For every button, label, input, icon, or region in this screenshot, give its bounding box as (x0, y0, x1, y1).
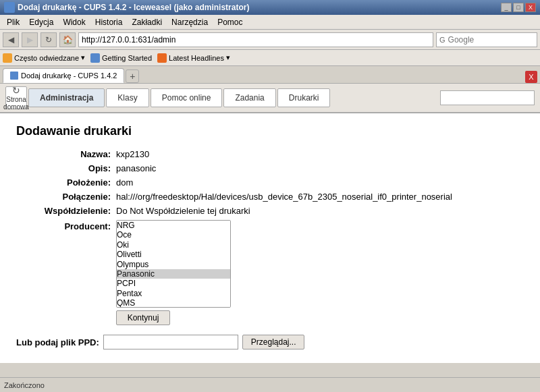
form-row-polaczenie: Połączenie: hal:///org/freedesktop/Hal/d… (16, 192, 524, 202)
form-row-polozenie: Położenie: dom (16, 177, 524, 188)
tab-bar: Dodaj drukarkę - CUPS 1.4.2 + X (0, 66, 540, 84)
list-item[interactable]: QMS (117, 298, 230, 308)
cups-home-button[interactable]: ↻ Stronadomowa (5, 86, 27, 109)
label-nazwa: Nazwa: (16, 149, 111, 159)
page-icon (90, 53, 100, 63)
bookmarks-bar: Często odwiedzane ▾ Getting Started Late… (0, 50, 540, 66)
continue-button[interactable]: Kontynuj (116, 310, 170, 325)
browse-button[interactable]: Przeglądaj... (242, 335, 305, 349)
page-title: Dodawanie drukarki (16, 124, 524, 138)
menu-pomoc[interactable]: Pomoc (213, 16, 246, 28)
maximize-button[interactable]: □ (513, 3, 524, 12)
ppd-section: Lub podaj plik PPD: Przeglądaj... (16, 335, 524, 349)
label-polozenie: Położenie: (16, 177, 111, 188)
bookmark-often-visited[interactable]: Często odwiedzane ▾ (3, 53, 85, 63)
label-polaczenie: Połączenie: (16, 192, 111, 202)
title-bar: Dodaj drukarkę - CUPS 1.4.2 - Iceweasel … (0, 0, 540, 15)
cups-tab-klasy[interactable]: Klasy (106, 88, 148, 107)
producer-label: Producent: (16, 220, 111, 231)
label-opis: Opis: (16, 163, 111, 173)
chevron-down-icon: ▾ (81, 53, 85, 62)
cups-tab-zadania[interactable]: Zadania (223, 88, 275, 107)
search-engine-icon: G (439, 36, 446, 44)
list-item[interactable]: Olivetti (117, 250, 230, 259)
forward-button[interactable]: ▶ (22, 32, 38, 47)
value-wspoldzielenie: Do Not Współdzielenie tej drukarki (116, 206, 250, 216)
app-icon (4, 2, 15, 13)
menu-bar: Plik Edycja Widok Historia Zakładki Narz… (0, 15, 540, 30)
rss-icon (157, 53, 167, 63)
back-button[interactable]: ◀ (3, 32, 19, 47)
menu-narzedzia[interactable]: Narzędzia (167, 16, 212, 28)
list-item[interactable]: PCPI (117, 279, 230, 288)
bookmark-latest-headlines[interactable]: Latest Headlines ▾ (157, 53, 230, 63)
reload-icon: ↻ (12, 85, 20, 96)
label-wspoldzielenie: Współdzielenie: (16, 206, 111, 216)
bookmark-getting-started[interactable]: Getting Started (90, 53, 152, 63)
producer-listbox[interactable]: NRG Oce Oki Olivetti Olympus Panasonic P… (116, 220, 231, 308)
list-item[interactable]: Pentax (117, 289, 230, 298)
menu-plik[interactable]: Plik (3, 16, 24, 28)
ppd-input[interactable] (103, 335, 238, 349)
form-row-opis: Opis: panasonic (16, 163, 524, 173)
address-input[interactable] (82, 35, 430, 45)
status-bar: Zakończono (0, 377, 540, 392)
star-icon (3, 53, 12, 63)
bookmark-getting-started-label: Getting Started (102, 54, 152, 62)
tab-icon (10, 72, 18, 80)
search-bar[interactable]: G 🔍 (436, 32, 537, 47)
cups-tab-administracja[interactable]: Administracja (28, 88, 105, 107)
value-nazwa: kxp2130 (116, 149, 149, 159)
form-row-wspoldzielenie: Współdzielenie: Do Not Współdzielenie te… (16, 206, 524, 216)
list-item[interactable]: Panasonic (117, 269, 230, 279)
close-button[interactable]: X (525, 3, 536, 12)
list-item[interactable]: NRG (117, 221, 230, 230)
new-tab-button[interactable]: + (126, 69, 139, 83)
close-tab-button[interactable]: X (525, 71, 537, 83)
tab-cups[interactable]: Dodaj drukarkę - CUPS 1.4.2 (3, 68, 124, 83)
title-bar-left: Dodaj drukarkę - CUPS 1.4.2 - Iceweasel … (4, 2, 249, 13)
cups-search-input[interactable] (440, 90, 535, 105)
nav-bar: ◀ ▶ ↻ 🏠 G 🔍 (0, 30, 540, 50)
cups-tab-pomoc[interactable]: Pomoc online (151, 88, 223, 107)
menu-historia[interactable]: Historia (91, 16, 127, 28)
menu-widok[interactable]: Widok (59, 16, 89, 28)
home-button[interactable]: 🏠 (59, 32, 76, 47)
search-input[interactable] (448, 35, 540, 45)
form-row-nazwa: Nazwa: kxp2130 (16, 149, 524, 159)
tab-label: Dodaj drukarkę - CUPS 1.4.2 (21, 72, 117, 80)
minimize-button[interactable]: _ (501, 3, 512, 12)
address-bar[interactable] (78, 32, 433, 47)
reload-button[interactable]: ↻ (40, 32, 57, 47)
status-text: Zakończono (4, 381, 45, 389)
home-label: Stronadomowa (3, 96, 29, 111)
title-bar-buttons: _ □ X (501, 3, 536, 12)
value-polozenie: dom (116, 177, 133, 188)
list-item[interactable]: Oki (117, 240, 230, 250)
bookmark-often-label: Często odwiedzane (14, 54, 79, 62)
producer-section: Producent: NRG Oce Oki Olivetti Olympus … (16, 220, 524, 325)
menu-zakladki[interactable]: Zakładki (128, 16, 166, 28)
value-opis: panasonic (116, 163, 156, 173)
value-polaczenie: hal:///org/freedesktop/Hal/devices/usb_d… (116, 192, 452, 202)
list-item[interactable]: Olympus (117, 260, 230, 269)
cups-nav: ↻ Stronadomowa Administracja Klasy Pomoc… (0, 84, 540, 113)
title-bar-title: Dodaj drukarkę - CUPS 1.4.2 - Iceweasel … (18, 3, 249, 12)
menu-edycja[interactable]: Edycja (25, 16, 57, 28)
ppd-label: Lub podaj plik PPD: (16, 337, 99, 347)
cups-tab-drukarki[interactable]: Drukarki (277, 88, 331, 107)
main-content: Dodawanie drukarki Nazwa: kxp2130 Opis: … (0, 113, 540, 363)
chevron-down-icon2: ▾ (226, 53, 230, 62)
list-item[interactable]: Oce (117, 230, 230, 240)
bookmark-headlines-label: Latest Headlines (169, 54, 224, 62)
